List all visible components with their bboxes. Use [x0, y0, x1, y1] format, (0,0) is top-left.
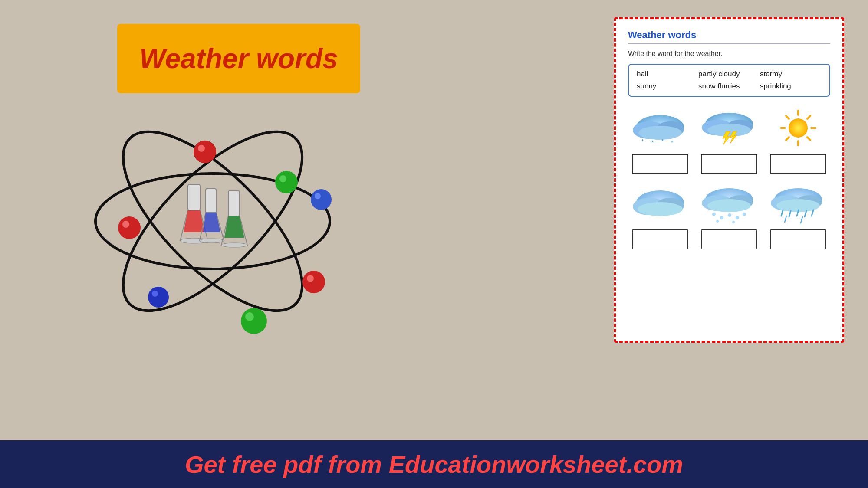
svg-marker-9 — [203, 213, 220, 232]
svg-point-28 — [241, 308, 267, 334]
word-bank-item-stormy: stormy — [760, 70, 822, 79]
sprinkling-icon — [770, 182, 826, 225]
answer-input-sprinkling[interactable] — [770, 229, 826, 249]
svg-line-73 — [789, 211, 791, 217]
weather-cell-snow-flurries — [697, 182, 761, 249]
footer-text: Get free pdf from Educationworksheet.com — [185, 450, 683, 478]
svg-point-29 — [245, 312, 254, 321]
svg-text:*: * — [671, 139, 673, 146]
svg-point-66 — [716, 220, 719, 223]
svg-point-23 — [122, 221, 129, 228]
svg-point-20 — [311, 189, 332, 210]
svg-point-60 — [707, 199, 751, 212]
svg-point-67 — [732, 221, 735, 223]
svg-point-62 — [720, 216, 723, 219]
weather-cell-sunny — [766, 106, 830, 174]
partly-cloudy-icon — [632, 182, 688, 225]
snow-flurries-icon — [701, 182, 757, 225]
svg-line-47 — [807, 137, 810, 140]
svg-point-22 — [118, 216, 141, 239]
svg-point-19 — [279, 175, 286, 182]
svg-rect-3 — [188, 184, 200, 210]
svg-line-51 — [786, 116, 789, 119]
svg-text:*: * — [661, 138, 664, 144]
svg-line-45 — [807, 116, 810, 119]
word-bank-item-sunny: sunny — [637, 82, 698, 91]
svg-line-76 — [812, 210, 813, 216]
worksheet-divider — [628, 43, 830, 44]
weather-cell-hail: * * * * — [628, 106, 692, 174]
word-bank-item-hail: hail — [637, 70, 698, 79]
word-bank: hail partly cloudy stormy sunny snow flu… — [628, 64, 830, 97]
svg-point-26 — [302, 271, 325, 293]
svg-text:*: * — [651, 139, 654, 146]
word-bank-item-snow-flurries: snow flurries — [698, 82, 760, 91]
svg-line-77 — [785, 216, 786, 222]
answer-input-snow-flurries[interactable] — [701, 229, 757, 249]
svg-point-16 — [194, 141, 216, 163]
answer-input-stormy[interactable] — [701, 154, 757, 174]
svg-point-64 — [736, 216, 739, 219]
weather-cell-stormy — [697, 106, 761, 174]
svg-point-14 — [221, 243, 247, 247]
svg-rect-11 — [228, 191, 240, 216]
weather-cell-sprinkling — [766, 182, 830, 249]
hail-icon: * * * * — [632, 106, 688, 150]
svg-point-52 — [789, 118, 808, 138]
word-bank-item-partly-cloudy: partly cloudy — [698, 70, 760, 79]
svg-point-63 — [728, 213, 731, 217]
svg-point-17 — [198, 145, 205, 152]
svg-line-49 — [786, 137, 789, 140]
svg-point-25 — [152, 291, 158, 297]
svg-point-41 — [707, 124, 751, 137]
svg-line-78 — [801, 217, 802, 223]
stormy-icon — [701, 106, 757, 150]
svg-point-24 — [148, 287, 169, 308]
answer-input-sunny[interactable] — [770, 154, 826, 174]
word-bank-item-sprinkling: sprinkling — [760, 82, 822, 91]
svg-point-21 — [315, 193, 321, 199]
page-title: Weather words — [139, 43, 338, 75]
worksheet-panel: Weather words Write the word for the wea… — [614, 17, 844, 343]
sunny-icon — [770, 106, 826, 150]
svg-point-27 — [307, 275, 314, 282]
title-banner: Weather words — [117, 24, 360, 93]
answer-input-partly-cloudy[interactable] — [632, 229, 688, 249]
worksheet-title: Weather words — [628, 29, 830, 41]
weather-cell-partly-cloudy — [628, 182, 692, 249]
atom-illustration — [65, 100, 360, 343]
svg-point-33 — [638, 126, 682, 140]
svg-point-56 — [638, 202, 683, 216]
answer-input-hail[interactable] — [632, 154, 688, 174]
svg-rect-7 — [206, 189, 216, 213]
svg-point-10 — [200, 239, 224, 243]
svg-point-18 — [275, 171, 298, 193]
svg-point-61 — [712, 213, 716, 216]
weather-grid: * * * * — [628, 106, 830, 249]
svg-line-72 — [781, 210, 783, 216]
svg-text:*: * — [641, 138, 644, 144]
worksheet-instruction: Write the word for the weather. — [628, 50, 830, 58]
svg-point-65 — [743, 213, 746, 216]
bottom-bar: Get free pdf from Educationworksheet.com — [0, 440, 868, 488]
